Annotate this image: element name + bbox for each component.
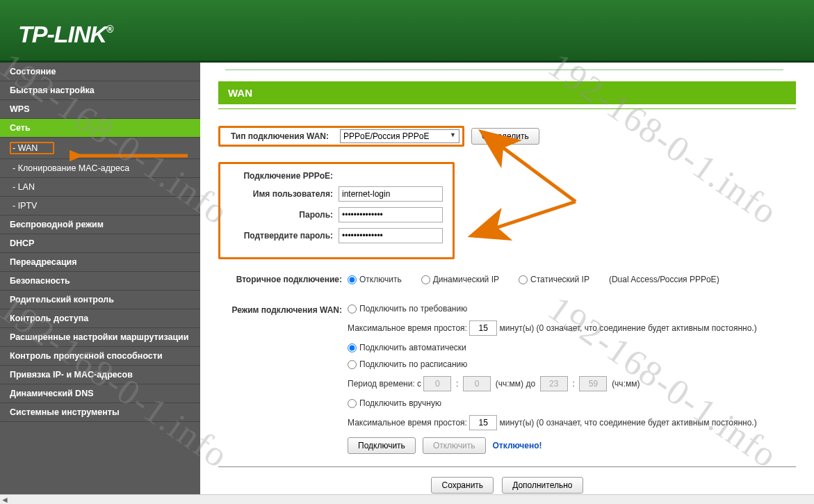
password-input[interactable] (339, 207, 443, 222)
sidebar-item-9[interactable]: DHCP (0, 234, 200, 253)
pppoe-block: Подключение PPPoE: Имя пользователя: Пар… (218, 162, 455, 259)
confirm-password-label: Подтвердите пароль: (220, 231, 339, 241)
sidebar-item-5[interactable]: - Клонирование MAC-адреса (0, 159, 200, 178)
confirm-password-input[interactable] (339, 228, 443, 243)
connection-status: Отключено! (493, 441, 542, 450)
hhmm2: (чч:мм) (612, 379, 640, 389)
sidebar-item-7[interactable]: - IPTV (0, 197, 200, 216)
secondary-static-radio[interactable]: Статический IP (519, 275, 589, 284)
page-title: WAN (218, 81, 796, 104)
wan-type-label: Тип подключения WAN: (223, 131, 334, 141)
svg-line-1 (474, 202, 576, 235)
main-content: WAN Тип подключения WAN: PPPoE/Россия PP… (200, 63, 814, 504)
sidebar-item-11[interactable]: Безопасность (0, 272, 200, 291)
detect-button[interactable]: Определить (471, 128, 539, 145)
wan-type-select[interactable]: PPPoE/Россия PPPoE (340, 129, 459, 143)
password-label: Пароль: (220, 210, 339, 220)
idle2-suffix: минут(ы) (0 означает, что соединение буд… (500, 418, 757, 428)
period-label: Период времени: с (348, 379, 421, 389)
sidebar-item-4[interactable]: - WAN (0, 138, 200, 159)
idle-label: Максимальное время простоя: (348, 323, 467, 333)
idle-suffix: минут(ы) (0 означает, что соединение буд… (500, 323, 757, 333)
sched-from-m[interactable] (463, 376, 491, 391)
scroll-left-icon[interactable]: ◄ (0, 495, 10, 505)
sidebar-item-14[interactable]: Расширенные настройки маршрутизации (0, 328, 200, 347)
sidebar-item-2[interactable]: WPS (0, 100, 200, 119)
idle2-time-input[interactable] (469, 415, 497, 430)
secondary-conn-label: Вторичное подключение: (218, 275, 348, 284)
disconnect-button[interactable]: Отключить (423, 437, 486, 454)
sched-from-h[interactable] (423, 376, 451, 391)
username-label: Имя пользователя: (220, 189, 339, 199)
idle2-label: Максимальное время простоя: (348, 418, 467, 428)
sched-to-m[interactable] (579, 376, 607, 391)
sidebar-item-1[interactable]: Быстрая настройка (0, 81, 200, 100)
mode-manual-radio[interactable]: Подключить вручную (348, 398, 441, 408)
conn-mode-label: Режим подключения WAN: (218, 304, 348, 315)
sidebar-item-15[interactable]: Контроль пропускной способности (0, 347, 200, 366)
sidebar-item-16[interactable]: Привязка IP- и MAC-адресов (0, 366, 200, 384)
mode-auto-radio[interactable]: Подключить автоматически (348, 343, 466, 352)
save-button[interactable]: Сохранить (431, 477, 494, 494)
secondary-off-radio[interactable]: Отключить (348, 275, 402, 284)
mode-sched-radio[interactable]: Подключить по расписанию (348, 359, 467, 369)
idle-time-input[interactable] (469, 320, 497, 336)
hhmm1: (чч:мм) до (496, 379, 535, 389)
sidebar-item-13[interactable]: Контроль доступа (0, 309, 200, 328)
sched-to-h[interactable] (540, 376, 568, 391)
mode-demand-radio[interactable]: Подключить по требованию (348, 304, 467, 314)
username-input[interactable] (339, 186, 443, 202)
sidebar-item-8[interactable]: Беспроводной режим (0, 216, 200, 234)
secondary-suffix: (Dual Access/Россия PPPoE) (609, 275, 719, 284)
horizontal-scrollbar[interactable]: ◄ (0, 494, 814, 504)
header-banner: TP-LINK® (0, 0, 814, 63)
brand-logo: TP-LINK® (0, 0, 814, 48)
sidebar-item-6[interactable]: - LAN (0, 178, 200, 197)
sidebar-item-3[interactable]: Сеть (0, 119, 200, 138)
secondary-dyn-radio[interactable]: Динамический IP (421, 275, 499, 284)
pppoe-heading: Подключение PPPoE: (220, 171, 339, 181)
sidebar-item-17[interactable]: Динамический DNS (0, 384, 200, 403)
sidebar-nav: СостояниеБыстрая настройкаWPSСеть- WAN- … (0, 63, 200, 504)
sidebar-item-18[interactable]: Системные инструменты (0, 403, 200, 422)
advanced-button[interactable]: Дополнительно (502, 477, 583, 494)
sidebar-item-10[interactable]: Переадресация (0, 253, 200, 272)
sidebar-item-0[interactable]: Состояние (0, 63, 200, 81)
connect-button[interactable]: Подключить (348, 437, 416, 454)
sidebar-item-12[interactable]: Родительский контроль (0, 291, 200, 309)
